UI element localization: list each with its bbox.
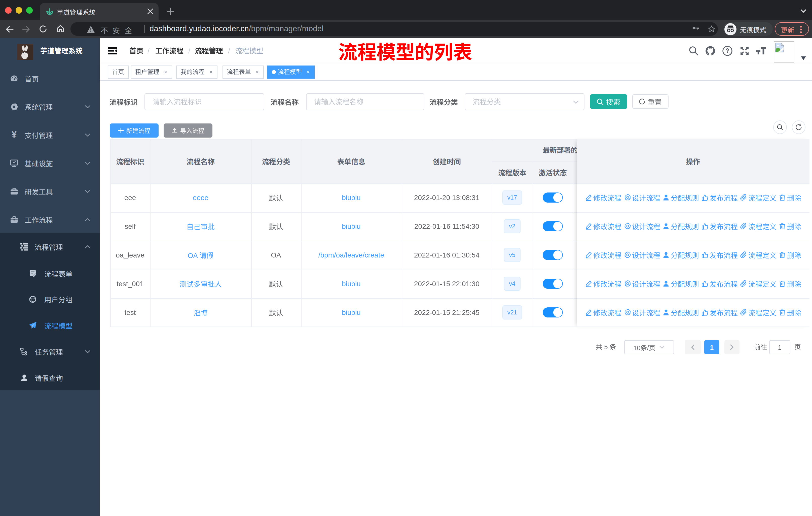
svg-text:?: ? [725,47,729,54]
svg-text:¥: ¥ [11,131,17,139]
